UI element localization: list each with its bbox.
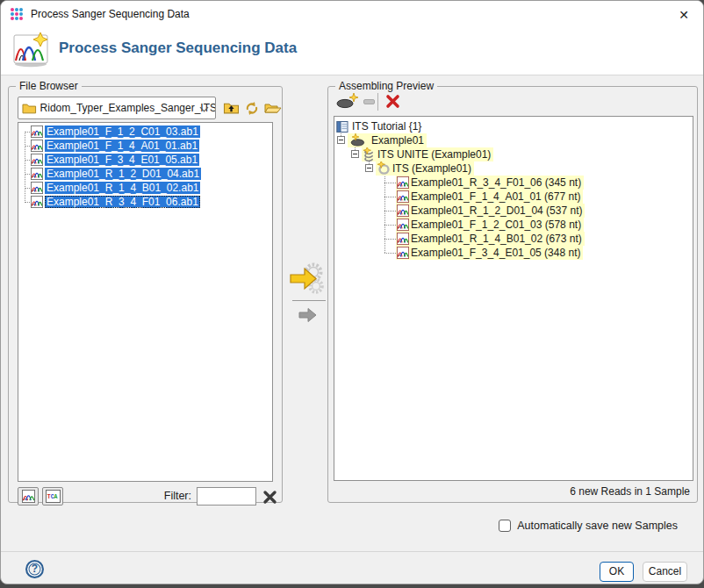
tree-row-read[interactable]: Example01_F_1_4_A01_01 (677 nt) bbox=[396, 190, 583, 204]
file-row[interactable]: Example01_R_1_4_B01_02.ab1 bbox=[31, 181, 200, 195]
autosave-label: Automatically save new Samples bbox=[517, 520, 678, 532]
tree-connector bbox=[25, 174, 30, 175]
autosave-option[interactable]: Automatically save new Samples bbox=[499, 520, 678, 532]
divider bbox=[377, 93, 378, 111]
folder-up-icon bbox=[223, 101, 240, 115]
chromatogram-star-icon bbox=[11, 32, 50, 68]
tree-row-read[interactable]: Example01_F_1_2_C01_03 (578 nt) bbox=[396, 218, 584, 232]
page-title: Process Sanger Sequencing Data bbox=[59, 39, 297, 57]
close-button[interactable]: ✕ bbox=[673, 4, 694, 25]
process-sanger-dialog: Process Sanger Sequencing Data ✕ Process… bbox=[0, 0, 704, 584]
chromatogram-file-icon bbox=[31, 154, 43, 166]
svg-text:TCA: TCA bbox=[47, 494, 57, 500]
file-row[interactable]: Example01_F_1_2_C01_03.ab1 bbox=[31, 125, 200, 139]
file-browser-label: File Browser bbox=[16, 80, 82, 92]
read-chromatogram-icon bbox=[397, 247, 409, 259]
tree-connector bbox=[25, 146, 30, 147]
view-sequence-text-toggle[interactable]: TCA bbox=[42, 487, 63, 506]
clear-filter-x-icon bbox=[262, 490, 277, 505]
delete-button[interactable] bbox=[384, 91, 401, 111]
filter-input[interactable] bbox=[197, 487, 256, 506]
chromatogram-file-icon bbox=[31, 125, 43, 138]
folder-icon bbox=[22, 102, 37, 115]
delete-x-icon bbox=[385, 94, 400, 109]
view-chromatogram-toggle[interactable] bbox=[18, 487, 39, 506]
clear-filter-button[interactable] bbox=[260, 487, 279, 506]
tree-connector bbox=[25, 188, 30, 189]
assembling-preview-label: Assembling Preview bbox=[335, 80, 437, 92]
autosave-checkbox[interactable] bbox=[499, 520, 511, 532]
read-chromatogram-icon bbox=[397, 204, 409, 217]
tree-row-read[interactable]: Example01_R_1_2_D01_04 (537 nt) bbox=[396, 204, 585, 218]
sample-icon bbox=[348, 133, 370, 147]
filter-label: Filter: bbox=[140, 490, 191, 502]
help-button[interactable]: ? bbox=[25, 560, 44, 578]
process-selected-button[interactable] bbox=[289, 262, 327, 298]
tree-connector bbox=[25, 132, 25, 203]
tree-row-read[interactable]: Example01_R_1_4_B01_02 (673 nt) bbox=[396, 232, 585, 246]
sequence-text-icon: TCA bbox=[46, 490, 61, 503]
folder-open-button[interactable] bbox=[263, 98, 283, 118]
add-to-preview-button[interactable] bbox=[298, 306, 319, 324]
collapse-toggle[interactable] bbox=[337, 136, 345, 144]
tree-connector bbox=[384, 253, 396, 254]
tree-connector bbox=[384, 225, 396, 226]
tree-row-locus[interactable]: ITS (Example01) bbox=[376, 161, 474, 176]
folder-up-button[interactable] bbox=[221, 98, 241, 118]
read-chromatogram-icon bbox=[397, 190, 409, 203]
assembling-preview-panel: Assembling Preview bbox=[327, 86, 698, 503]
tree-connector bbox=[384, 173, 385, 253]
chromatogram-icon bbox=[22, 490, 35, 503]
file-row[interactable]: Example01_F_1_4_A01_01.ab1 bbox=[31, 139, 199, 153]
file-row[interactable]: Example01_F_3_4_E01_05.ab1 bbox=[31, 153, 199, 167]
file-row[interactable]: Example01_R_1_2_D01_04.ab1 bbox=[31, 167, 201, 181]
remove-icon bbox=[363, 99, 375, 104]
locus-ring-icon bbox=[377, 161, 391, 176]
file-list[interactable]: Example01_F_1_2_C01_03.ab1 Example01_F_1… bbox=[18, 122, 273, 482]
file-row[interactable]: Example01_R_3_4_F01_06.ab1 bbox=[31, 195, 200, 209]
task-scheme-icon bbox=[363, 147, 376, 161]
tree-connector bbox=[384, 239, 396, 240]
tree-row-project[interactable]: ITS Tutorial {1} bbox=[336, 119, 421, 133]
remove-button[interactable] bbox=[362, 97, 376, 106]
tree-connector bbox=[384, 211, 396, 212]
read-chromatogram-icon bbox=[397, 176, 409, 189]
collapse-toggle[interactable] bbox=[365, 164, 373, 172]
folder-open-icon bbox=[264, 102, 282, 115]
add-sample-icon bbox=[336, 93, 359, 111]
app-logo-icon bbox=[10, 7, 24, 21]
chromatogram-file-icon bbox=[31, 182, 43, 194]
chromatogram-file-icon bbox=[31, 168, 43, 180]
project-icon bbox=[336, 120, 349, 133]
directory-combobox[interactable]: Ridom_Typer_Examples_Sanger_ITS/ bbox=[18, 97, 216, 119]
read-chromatogram-icon bbox=[397, 233, 409, 245]
ok-button[interactable]: OK bbox=[600, 562, 634, 582]
tree-row-read[interactable]: Example01_F_3_4_E01_05 (348 nt) bbox=[396, 246, 583, 260]
chromatogram-file-icon bbox=[31, 196, 43, 208]
refresh-icon bbox=[244, 101, 260, 116]
file-browser-panel: File Browser Ridom_Typer_Examples_Sanger… bbox=[8, 86, 283, 503]
read-chromatogram-icon bbox=[397, 219, 409, 231]
window-title: Process Sanger Sequencing Data bbox=[31, 8, 190, 20]
dialog-header: Process Sanger Sequencing Data bbox=[1, 27, 703, 75]
directory-path: Ridom_Typer_Examples_Sanger_ITS/ bbox=[40, 102, 215, 114]
tree-connector bbox=[384, 183, 396, 183]
add-sample-button[interactable] bbox=[335, 92, 360, 111]
status-text: 6 new Reads in 1 Sample bbox=[570, 485, 690, 498]
window-titlebar: Process Sanger Sequencing Data ✕ bbox=[1, 1, 703, 27]
refresh-button[interactable] bbox=[242, 98, 262, 118]
tree-row-sample[interactable]: Example01 bbox=[348, 133, 427, 147]
chromatogram-file-icon bbox=[31, 140, 43, 152]
process-arrow-gears-icon bbox=[289, 262, 327, 298]
tree-row-read[interactable]: Example01_R_3_4_F01_06 (345 nt) bbox=[396, 176, 584, 190]
tree-connector bbox=[25, 202, 30, 203]
divider bbox=[1, 551, 703, 552]
tree-row-scheme[interactable]: ITS UNITE (Example01) bbox=[362, 147, 493, 161]
tree-connector bbox=[25, 160, 30, 161]
tree-connector bbox=[384, 197, 396, 197]
cancel-button[interactable]: Cancel bbox=[643, 562, 687, 582]
tree-connector bbox=[25, 132, 30, 133]
add-arrow-icon bbox=[298, 306, 319, 324]
collapse-toggle[interactable] bbox=[351, 150, 359, 158]
preview-tree[interactable]: ITS Tutorial {1} Example01 bbox=[334, 116, 693, 481]
